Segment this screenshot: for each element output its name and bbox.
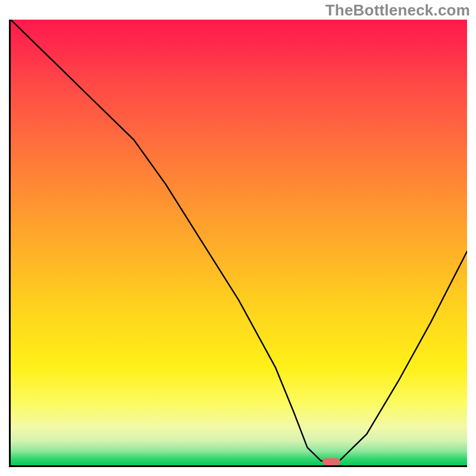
chart-frame: TheBottleneck.com [0,0,476,476]
curve-path [11,20,467,461]
bottleneck-curve [11,20,467,465]
watermark-text: TheBottleneck.com [325,1,470,20]
optimal-marker [322,458,341,465]
plot-area [9,20,467,467]
